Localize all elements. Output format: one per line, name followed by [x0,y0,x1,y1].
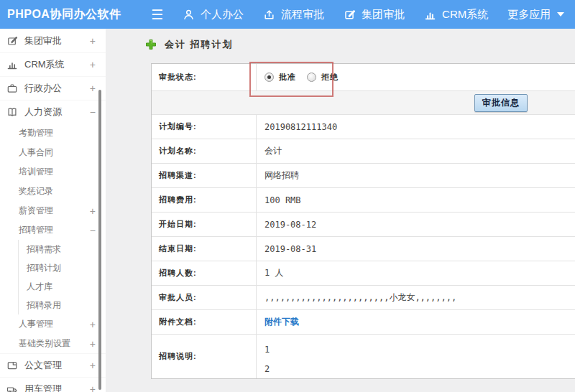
table-row-description: 招聘说明: 1 2 [152,335,575,378]
nav-label: 更多应用 [507,8,551,22]
sidebar: 集团审批 + CRM系统 + 行政办公 + 人力资源 − 考勤管理 人事合同 培… [0,29,106,392]
collapse-icon[interactable]: − [90,106,96,118]
expand-icon[interactable]: + [90,35,96,47]
sidebar-item-label: 人事合同 [19,146,53,159]
app-brand: PHPOA协同办公软件 [7,7,138,22]
sidebar-item-salary[interactable]: 薪资管理 + [0,201,106,220]
field-label: 招聘人数: [152,261,257,285]
sidebar-item-talent-pool[interactable]: 人才库 [19,277,106,296]
field-value: 100 RMB [257,188,575,212]
sidebar-item-recruit-mgmt[interactable]: 招聘管理 − [0,220,106,240]
table-row-plan-name: 计划名称: 会计 [152,139,575,164]
sidebar-item-label: 奖惩记录 [19,185,53,197]
expand-icon[interactable]: + [90,319,96,330]
nav-crm-system[interactable]: CRM系统 [424,8,488,22]
expand-icon[interactable]: + [90,59,96,70]
sidebar-item-label: 招聘需求 [27,243,61,256]
sidebar-item-label: 招聘计划 [27,262,61,274]
sidebar-item-admin-office[interactable]: 行政办公 + [0,76,106,100]
document-icon [6,360,18,371]
caret-down-icon [557,12,564,17]
field-value: 会计 [257,139,575,163]
field-value: 1 2 [257,335,575,378]
sidebar-item-label: 考勤管理 [19,127,53,139]
expand-icon[interactable]: + [90,360,96,371]
table-row-start-date: 开始日期: 2019-08-12 [152,213,575,237]
nav-label: 集团审批 [362,8,405,22]
field-value: 2019-08-31 [257,237,575,261]
field-label: 审批人员: [152,286,257,309]
nav-group-approval[interactable]: 集团审批 [344,8,405,22]
field-label: 招聘渠道: [152,164,257,187]
expand-icon[interactable]: + [90,338,96,350]
collapse-icon[interactable]: − [90,225,96,236]
table-row-channel: 招聘渠道: 网络招聘 [152,164,575,188]
nav-more-apps[interactable]: 更多应用 [507,8,564,22]
field-label: 计划编号: [152,115,257,139]
main-content: 会计 招聘计划 审批状态: 批准 拒绝 审批信息 计划编号: 201908121… [106,29,575,392]
field-label: 招聘说明: [152,335,257,378]
field-value: 网络招聘 [257,164,575,187]
sidebar-item-hr-contract[interactable]: 人事合同 [0,143,106,162]
bar-chart-icon [424,9,436,21]
field-value: 2019-08-12 [257,213,575,236]
approval-options: 批准 拒绝 [257,64,575,90]
table-row-plan-number: 计划编号: 20190812111340 [152,115,575,139]
sidebar-item-group-approval[interactable]: 集团审批 + [0,29,106,52]
sidebar-item-crm[interactable]: CRM系统 + [0,52,106,76]
sidebar-item-label: 行政办公 [24,82,62,95]
radio-approve[interactable] [264,73,274,82]
approval-button-row: 审批信息 [152,91,575,115]
sidebar-item-label: 薪资管理 [19,205,53,217]
sidebar-item-label: 招聘管理 [19,224,53,236]
nav-label: 个人办公 [201,8,244,22]
field-label: 开始日期: [152,213,257,236]
table-row-end-date: 结束日期: 2019-08-31 [152,237,575,261]
car-icon [6,383,18,392]
nav-personal-office[interactable]: 个人办公 [183,8,244,22]
sidebar-item-label: 培训管理 [19,166,53,178]
sidebar-item-training[interactable]: 培训管理 [0,162,106,182]
sidebar-item-recruit-hire[interactable]: 招聘录用 [19,296,106,314]
sidebar-item-base-category[interactable]: 基础类别设置 + [0,334,106,353]
expand-icon[interactable]: + [90,83,96,94]
page-title: 会计 招聘计划 [165,38,234,51]
expand-icon[interactable]: + [90,383,96,392]
topbar: PHPOA协同办公软件 ☰ 个人办公 流程审批 集团审批 CRM系统 更多应用 [0,0,575,29]
sidebar-scrollbar[interactable] [98,90,101,390]
radio-reject-label: 拒绝 [321,72,339,83]
nav-label: CRM系统 [442,8,488,22]
nav-process-approval[interactable]: 流程审批 [263,8,324,22]
sidebar-item-vehicle-mgmt[interactable]: 用车管理 + [0,377,106,392]
sidebar-item-label: 人才库 [27,281,52,293]
expand-icon[interactable]: + [90,205,96,217]
sidebar-item-attendance[interactable]: 考勤管理 [0,123,106,143]
plan-detail-panel: 审批状态: 批准 拒绝 审批信息 计划编号: 20190812111340 计划… [151,63,575,379]
sidebar-item-personnel-mgmt[interactable]: 人事管理 + [0,314,106,334]
user-icon [183,9,195,21]
sidebar-item-label: 招聘录用 [27,299,61,312]
sidebar-item-human-resources[interactable]: 人力资源 − [0,100,106,123]
sidebar-item-rewards[interactable]: 奖惩记录 [0,182,106,201]
page-header: 会计 招聘计划 [145,38,234,51]
sidebar-item-label: 人力资源 [24,106,62,118]
field-label: 附件文档: [152,310,257,334]
attachment-download-link[interactable]: 附件下载 [264,316,299,328]
sidebar-item-official-docs[interactable]: 公文管理 + [0,353,106,377]
sidebar-item-recruit-demand[interactable]: 招聘需求 [19,240,106,258]
field-label: 审批状态: [152,64,257,90]
table-row-attachment: 附件文档: 附件下载 [152,310,575,335]
sidebar-item-label: 人事管理 [19,318,53,330]
briefcase-icon [6,83,18,94]
field-value: ,,,,,,,,,,,,,,,,,,,,,,,,小龙女,,,,,,,, [257,286,575,309]
approval-info-button[interactable]: 审批信息 [474,94,528,112]
hamburger-menu-icon[interactable]: ☰ [151,8,163,22]
edit-icon [344,9,356,21]
field-label: 招聘费用: [152,188,257,212]
radio-reject[interactable] [307,73,316,82]
radio-approve-label: 批准 [279,72,296,83]
sidebar-item-recruit-plan[interactable]: 招聘计划 [19,258,106,277]
bar-chart-icon [6,59,18,70]
sidebar-item-label: CRM系统 [24,58,65,71]
field-value: 20190812111340 [257,115,575,139]
